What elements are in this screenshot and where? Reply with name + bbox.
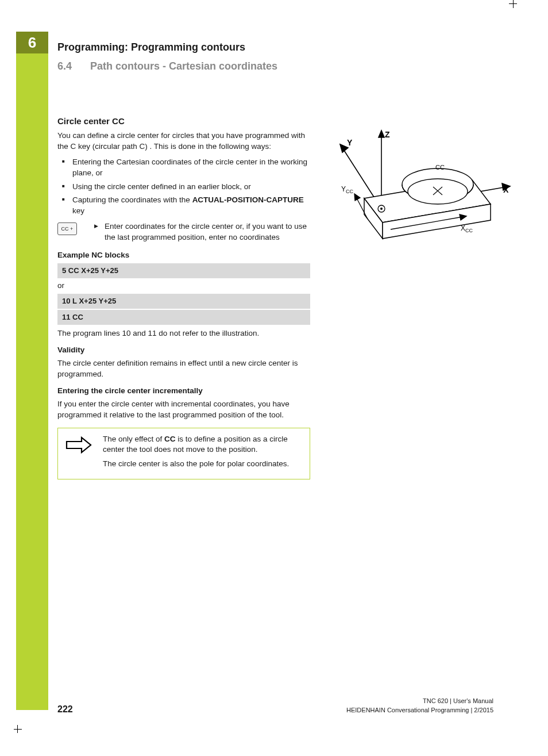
nc-code-line: 5 CC X+25 Y+25: [57, 263, 310, 278]
page-header: Programming: Programming contours 6.4 Pa…: [57, 41, 277, 72]
intro-paragraph: You can define a circle center for circl…: [57, 131, 310, 152]
list-item-text: key: [72, 206, 84, 215]
axis-y-label: Y: [347, 138, 353, 147]
axis-z-label: Z: [385, 130, 390, 139]
svg-point-7: [408, 179, 468, 204]
cc-label: CC: [435, 164, 445, 171]
code-note: The program lines 10 and 11 do not refer…: [57, 328, 310, 339]
note-box: The only effect of CC is to define a pos…: [57, 428, 310, 480]
or-separator: or: [57, 281, 310, 291]
list-item: Using the circle center defined in an ea…: [57, 182, 310, 193]
arrow-right-icon: [65, 434, 92, 456]
ycc-label: YCC: [341, 185, 354, 194]
main-content: Circle center CC You can define a circle…: [57, 115, 310, 479]
section-heading: 6.4 Path contours - Cartesian coordinate…: [57, 60, 277, 72]
nc-code-line: 10 L X+25 Y+25: [57, 294, 310, 309]
topic-heading: Circle center CC: [57, 115, 310, 127]
section-title: Path contours - Cartesian coordinates: [90, 60, 277, 72]
section-number: 6.4: [57, 60, 87, 72]
key-instruction-row: CC + Enter coordinates for the circle ce…: [57, 221, 310, 243]
validity-text: The circle center definition remains in …: [57, 358, 310, 380]
note-text-bold: CC: [164, 435, 176, 443]
note-text: The only effect of CC is to define a pos…: [103, 434, 303, 474]
list-item-text: Capturing the coordinates with the: [72, 195, 192, 204]
method-list: Entering the Cartesian coordinates of th…: [57, 157, 310, 217]
incremental-text: If you enter the circle center with incr…: [57, 399, 310, 421]
key-description: Enter coordinates for the circle center …: [105, 221, 310, 243]
coordinate-diagram: Z Y X CC XCC YCC: [327, 129, 511, 247]
svg-point-11: [380, 208, 383, 210]
footer-line: HEIDENHAIN Conversational Programming | …: [346, 706, 493, 715]
footer-line: TNC 620 | User's Manual: [346, 697, 493, 705]
axis-x-label: X: [503, 185, 509, 194]
page-footer: 222 TNC 620 | User's Manual HEIDENHAIN C…: [57, 697, 493, 715]
note-text-span: The only effect of: [103, 435, 164, 443]
list-item: Capturing the coordinates with the ACTUA…: [57, 195, 310, 217]
validity-heading: Validity: [57, 345, 310, 356]
chapter-sidebar: [16, 32, 48, 710]
svg-marker-15: [354, 194, 360, 201]
list-item: Entering the Cartesian coordinates of th…: [57, 157, 310, 179]
page-number: 222: [57, 704, 73, 715]
chapter-number-badge: 6: [16, 32, 48, 53]
list-item-bold: ACTUAL-POSITION-CAPTURE: [192, 195, 304, 204]
note-text-line: The circle center is also the pole for p…: [103, 459, 303, 470]
incremental-heading: Entering the circle center incrementally: [57, 386, 310, 397]
nc-code-line: 11 CC: [57, 310, 310, 325]
svg-marker-1: [379, 131, 384, 137]
xcc-label: XCC: [461, 224, 473, 233]
cc-key-icon: CC +: [57, 222, 77, 235]
breadcrumb: Programming: Programming contours: [57, 41, 277, 53]
example-heading: Example NC blocks: [57, 250, 310, 261]
footer-meta: TNC 620 | User's Manual HEIDENHAIN Conve…: [346, 697, 493, 715]
